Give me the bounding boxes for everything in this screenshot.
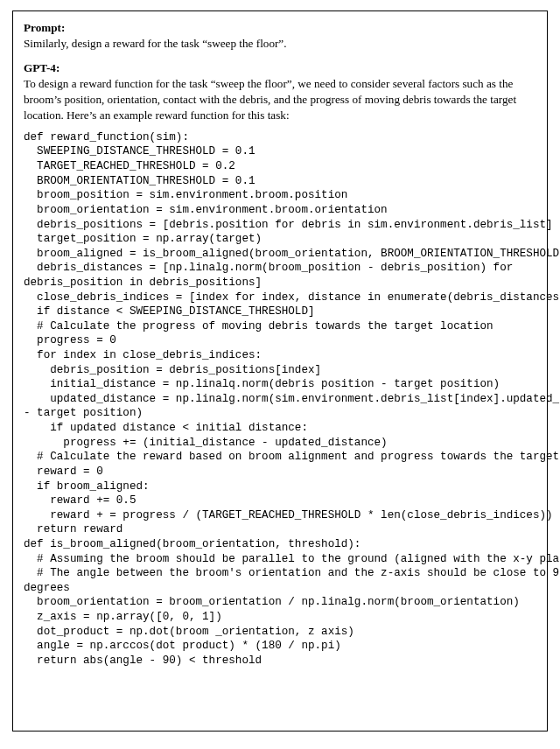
code-line: reward + = progress / (TARGET_REACHED_TH… xyxy=(24,508,536,523)
code-line: broom_aligned = is_broom_aligned(broom_o… xyxy=(24,247,536,262)
code-line: # The angle between the broom's orientat… xyxy=(24,566,536,581)
gpt-block: GPT-4: To design a reward function for t… xyxy=(24,60,536,668)
code-line: # Calculate the progress of moving debri… xyxy=(24,319,536,334)
code-block: def reward_function(sim): SWEEPING_DISTA… xyxy=(24,130,536,668)
code-line: broom_orientation = broom_orientation / … xyxy=(24,595,536,610)
prompt-block: Prompt: Similarly, design a reward for t… xyxy=(24,20,536,52)
code-line: target_position = np.array(target) xyxy=(24,232,536,247)
code-line: # Assuming the broom should be parallel … xyxy=(24,552,536,567)
code-line: # Calculate the reward based on broom al… xyxy=(24,450,536,465)
gpt-description: To design a reward function for the task… xyxy=(24,76,536,122)
code-line: dot_product = np.dot(broom _orientation,… xyxy=(24,625,536,640)
code-line: debris_positions = [debris.position for … xyxy=(24,218,536,233)
code-line: degrees xyxy=(24,581,536,596)
code-line: z_axis = np.array([0, 0, 1]) xyxy=(24,610,536,625)
code-line: progress = 0 xyxy=(24,333,536,348)
code-line: for index in close_debris_indices: xyxy=(24,348,536,363)
code-line: broom_orientation = sim.environment.broo… xyxy=(24,203,536,218)
code-line: reward = 0 xyxy=(24,465,536,480)
code-line: angle = np.arccos(dot product) * (180 / … xyxy=(24,639,536,654)
code-line: broom_position = sim.environment.broom.p… xyxy=(24,188,536,203)
code-line: if broom_aligned: xyxy=(24,480,536,494)
code-line: debris_distances = [np.linalg.norm(broom… xyxy=(24,261,536,276)
gpt-label: GPT-4: xyxy=(24,61,60,74)
code-line: updated_distance = np.linalg.norm(sim.en… xyxy=(24,392,536,407)
code-line: return reward xyxy=(24,522,536,537)
code-line: if updated distance < initial distance: xyxy=(24,421,536,436)
code-line: close_debris_indices = [index for index,… xyxy=(24,290,536,305)
code-line: reward += 0.5 xyxy=(24,494,536,508)
code-line: progress += (initial_distance - updated_… xyxy=(24,436,536,451)
page: Prompt: Similarly, design a reward for t… xyxy=(0,0,560,749)
code-line: initial_distance = np.linalq.norm(debris… xyxy=(24,377,536,392)
code-line: if distance < SWEEPING_DISTANCE_THRESHOL… xyxy=(24,304,536,319)
content-frame: Prompt: Similarly, design a reward for t… xyxy=(12,10,548,732)
code-line: debris_position in debris_positions] xyxy=(24,276,536,290)
prompt-label: Prompt: xyxy=(24,21,65,34)
code-line: - target position) xyxy=(24,406,536,421)
code-line: SWEEPING_DISTANCE_THRESHOLD = 0.1 xyxy=(24,144,536,159)
code-line: def reward_function(sim): xyxy=(24,130,536,145)
code-line: BROOM_ORIENTATION_THRESHOLD = 0.1 xyxy=(24,174,536,189)
code-line: return abs(angle - 90) < threshold xyxy=(24,654,536,668)
code-line: debris_position = debris_positions[index… xyxy=(24,363,536,378)
prompt-text: Similarly, design a reward for the task … xyxy=(24,37,287,50)
code-line: def is_broom_aligned(broom_orientation, … xyxy=(24,537,536,552)
code-line: TARGET_REACHED_THRESHOLD = 0.2 xyxy=(24,159,536,174)
